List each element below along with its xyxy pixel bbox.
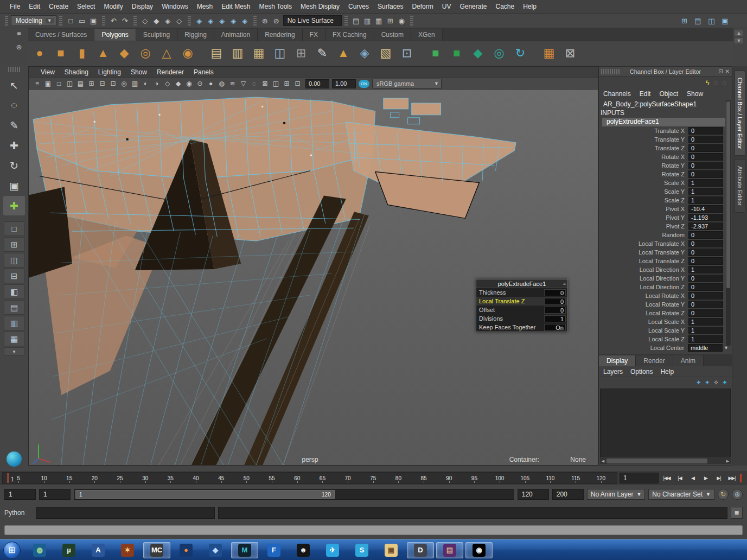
shelf-tool-icon[interactable]: ▲	[93, 43, 113, 63]
snap-icon[interactable]: ◈	[228, 15, 239, 27]
channel-attribute-label[interactable]: Random	[662, 232, 685, 238]
channel-value-field[interactable]: 0	[688, 309, 723, 317]
menu-item[interactable]: Mesh Tools	[255, 1, 296, 12]
channel-attribute-label[interactable]: Local Direction Y	[640, 275, 685, 282]
manipulator-icon[interactable]: ◌	[722, 79, 726, 87]
layout-shortcut-button[interactable]: ⊞	[4, 237, 24, 252]
viewport-toolbar-icon[interactable]: ◎	[119, 79, 129, 89]
hud-row-value-field[interactable]: 0	[544, 307, 566, 314]
selection-mode-icon[interactable]: ◈	[162, 15, 174, 27]
playback-button[interactable]: ◀	[687, 473, 699, 483]
viewport-toolbar-icon[interactable]: ⊡	[292, 79, 303, 89]
layout-more-button[interactable]: ▾	[4, 347, 24, 356]
menu-item[interactable]: Select	[73, 1, 99, 12]
layer-editor-tab[interactable]: Display	[599, 355, 636, 366]
undo-redo-icon[interactable]: ↶	[108, 15, 119, 27]
toolbox-tool[interactable]: ↻	[3, 156, 25, 175]
shelf-tool-icon[interactable]: ▲	[334, 43, 353, 63]
channel-attribute-label[interactable]: Pivot Z	[666, 223, 685, 230]
layout-shortcut-button[interactable]: □	[4, 221, 24, 236]
shelf-tool-icon[interactable]: ◉	[178, 43, 197, 63]
viewport-toolbar-icon[interactable]: ◐	[141, 79, 151, 89]
file-icon[interactable]: □	[65, 15, 76, 27]
playback-button[interactable]: |◀	[674, 473, 686, 483]
layer-editor-tab[interactable]: Anim	[673, 355, 704, 366]
channel-value-field[interactable]: 0	[688, 144, 723, 152]
viewport-toolbar-icon[interactable]: ≋	[227, 79, 238, 89]
menu-item[interactable]: Mesh	[193, 1, 217, 12]
shelf-tool-icon[interactable]: ▦	[539, 43, 559, 63]
menu-item[interactable]: File	[5, 1, 24, 12]
channel-value-field[interactable]: 0	[688, 170, 723, 178]
viewport-toolbar-icon[interactable]: ◫	[65, 79, 75, 89]
panel-menu-item[interactable]: Shading	[60, 67, 93, 77]
hud-row-value-field[interactable]: On	[544, 324, 566, 331]
shelf-menu-icon[interactable]: ⊛	[16, 43, 22, 51]
panel-toggle-icon[interactable]: ▤	[692, 15, 704, 27]
layer-list-scrollbar[interactable]: ◀ ▶	[600, 458, 731, 464]
layer-editor-menu-item[interactable]: Help	[660, 368, 674, 376]
status-drag-handle[interactable]	[59, 16, 62, 26]
menu-item[interactable]: Display	[127, 1, 157, 12]
undo-redo-icon[interactable]: ↷	[119, 15, 131, 27]
channel-value-field[interactable]: 0	[688, 301, 723, 308]
channel-attribute-label[interactable]: Local Scale Z	[648, 336, 685, 342]
viewport-toolbar-icon[interactable]: ▤	[75, 79, 86, 89]
channel-attribute-label[interactable]: Scale Z	[665, 197, 685, 203]
channel-value-field[interactable]: 0	[688, 240, 723, 247]
shelf-tool-icon[interactable]: ●	[30, 43, 49, 63]
panel-toggle-icon[interactable]: ⊞	[679, 15, 690, 27]
channel-value-field[interactable]: 0	[688, 231, 723, 239]
shelf-menu-icon[interactable]: ≡	[17, 29, 21, 37]
shelf-tool-icon[interactable]: ⊞	[291, 43, 311, 63]
taskbar-app-button[interactable]: ▣	[378, 542, 405, 558]
animation-start-field[interactable]: 1	[4, 489, 36, 500]
taskbar-app-button[interactable]: D	[407, 542, 434, 558]
hud-row-label[interactable]: Local Translate Z	[479, 298, 525, 304]
taskbar-app-button[interactable]: µ	[55, 542, 82, 558]
channel-value-field[interactable]: 0	[688, 153, 723, 161]
animation-end-field[interactable]: 200	[552, 489, 584, 500]
playback-button[interactable]: ▶▶|	[726, 473, 738, 483]
channel-box-menu-item[interactable]: Show	[687, 90, 703, 98]
channel-value-field[interactable]: 0	[688, 257, 723, 265]
channel-attribute-label[interactable]: Rotate X	[661, 154, 685, 160]
panel-menu-item[interactable]: Panels	[189, 67, 218, 77]
channel-attribute-label[interactable]: Local Rotate X	[646, 292, 685, 299]
layout-shortcut-button[interactable]: ▤	[4, 300, 24, 315]
animation-preferences-button[interactable]: ⊛	[732, 489, 743, 500]
character-set-dropdown[interactable]: No Character Set ▼	[648, 489, 714, 500]
channel-value-field[interactable]: 1	[688, 179, 723, 187]
viewport-toolbar-icon[interactable]: ◉	[184, 79, 194, 89]
viewport-toolbar-icon[interactable]: ≡	[32, 79, 42, 89]
menu-item[interactable]: UV	[438, 1, 456, 12]
panel-toggle-icon[interactable]: ◫	[706, 15, 717, 27]
taskbar-app-button[interactable]: ●	[173, 542, 200, 558]
range-slider[interactable]: 1 120	[74, 489, 514, 500]
snap-icon[interactable]: ◈	[205, 15, 216, 27]
toolbox-tool[interactable]: ✚	[3, 196, 25, 215]
channel-value-field[interactable]: 1	[688, 188, 723, 195]
hud-title[interactable]: polyExtrudeFace1 ≡	[476, 279, 567, 288]
shelf-tool-icon[interactable]: ▮	[72, 43, 92, 63]
viewport-toolbar-icon[interactable]: ▣	[43, 79, 53, 89]
playback-start-field[interactable]: 1	[39, 489, 71, 500]
viewport-toolbar-icon[interactable]: ◌	[249, 79, 259, 89]
shelf-tab[interactable]: Curves / Surfaces	[28, 29, 94, 41]
snap-icon[interactable]: ◈	[194, 15, 205, 27]
menu-item[interactable]: Create	[44, 1, 73, 12]
channel-attribute-label[interactable]: Scale Y	[664, 188, 685, 195]
channel-attribute-label[interactable]: Local Scale Y	[648, 327, 685, 334]
channel-value-field[interactable]: -10.4	[688, 205, 723, 213]
channel-value-field[interactable]: 1	[688, 266, 723, 273]
toolbox-tool[interactable]: ◌	[3, 96, 25, 115]
channel-attribute-label[interactable]: Local Translate Y	[639, 249, 685, 256]
playback-button[interactable]: |◀◀	[661, 473, 673, 483]
range-slider-inner[interactable]: 1 120	[75, 490, 335, 499]
channel-attribute-label[interactable]: Rotate Z	[662, 171, 685, 177]
viewport-toolbar-icon[interactable]: ⊠	[260, 79, 270, 89]
channel-value-field[interactable]: 0	[688, 127, 723, 135]
color-management-toggle[interactable]: ON	[359, 80, 369, 88]
taskbar-app-button[interactable]: ✈	[319, 542, 346, 558]
channel-attribute-label[interactable]: Local Translate X	[639, 240, 685, 247]
